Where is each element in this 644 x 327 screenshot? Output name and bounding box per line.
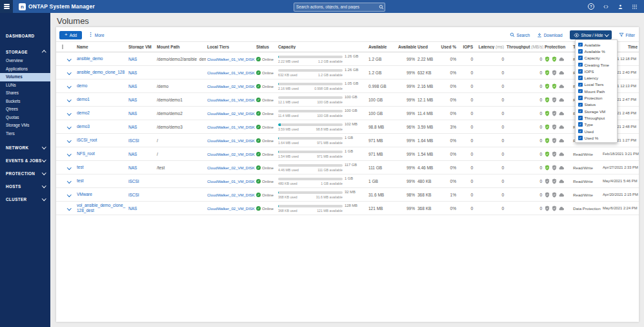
volume-name-link[interactable]: NFS_root xyxy=(77,151,126,156)
volume-name-link[interactable]: vol_ansible_demo_clone_128_dest xyxy=(77,203,126,213)
add-button[interactable]: + Add xyxy=(59,31,82,39)
storage-vm-link[interactable]: NAS xyxy=(128,70,137,75)
table-row[interactable]: demo3 NAS /demo/demo3 CloudWalker_01_VM_… xyxy=(56,120,639,134)
volume-name-link[interactable]: demo xyxy=(77,83,126,89)
row-expand-chevron[interactable] xyxy=(67,152,71,156)
volume-name-link[interactable]: ansible_demo xyxy=(77,56,126,61)
local-tier-link[interactable]: CloudWalker_02_VM_DISK_1 xyxy=(207,85,255,89)
table-row[interactable]: test NAS /test CloudWalker_02_VM_DISK_1 … xyxy=(56,161,639,174)
sidebar-storage-subitem[interactable]: Tiers xyxy=(0,130,50,138)
local-tier-link[interactable]: CloudWalker_01_VM_DISK_1 xyxy=(207,125,255,129)
column-header-used[interactable]: Used xyxy=(416,45,439,49)
volume-name-link[interactable]: VMware xyxy=(77,192,126,197)
volume-name-link[interactable]: demo1 xyxy=(77,97,126,102)
table-row[interactable]: test iSCSI CloudWalker_01_VM_DISK_1 ✓ On… xyxy=(56,174,639,188)
sidebar-storage-subitem[interactable]: LUNs xyxy=(0,81,50,90)
storage-vm-link[interactable]: NAS xyxy=(128,152,137,156)
show-hide-menu-item[interactable]: ✓ IOPS xyxy=(576,68,617,74)
column-header-name[interactable]: Name xyxy=(75,45,127,49)
table-row[interactable]: vol_ansible_demo_clone_128_dest NAS Clou… xyxy=(56,202,639,215)
app-logo[interactable]: n ONTAP System Manager xyxy=(19,3,95,10)
storage-vm-link[interactable]: NAS xyxy=(128,57,137,61)
local-tier-link[interactable]: CloudWalker_01_VM_DISK_1 xyxy=(207,180,255,184)
local-tier-link[interactable]: CloudWalker_02_VM_DISK_1 xyxy=(207,166,255,170)
show-hide-menu-item[interactable]: ✓ Available xyxy=(576,41,617,48)
sidebar-item-events-jobs[interactable]: EVENTS & JOBS xyxy=(0,156,50,165)
local-tier-link[interactable]: CloudWalker_01_VM_DISK_1 xyxy=(207,98,255,102)
checkbox-checked-icon[interactable]: ✓ xyxy=(578,49,583,54)
apps-grid-icon[interactable] xyxy=(632,4,638,10)
column-header-protection[interactable]: Protection xyxy=(543,45,572,49)
column-header-storage-vm[interactable]: Storage VM xyxy=(127,45,156,49)
table-row[interactable]: iSCSI_root iSCSI / CloudWalker_01_VM_DIS… xyxy=(56,134,639,147)
global-search-box[interactable] xyxy=(294,3,385,12)
column-header-local-tiers[interactable]: Local Tiers xyxy=(206,45,255,49)
table-row[interactable]: demo1 NAS /demo/demo1 CloudWalker_01_VM_… xyxy=(56,93,639,107)
select-all-checkbox[interactable] xyxy=(62,45,63,49)
checkbox-checked-icon[interactable]: ✓ xyxy=(578,56,583,60)
storage-vm-link[interactable]: NAS xyxy=(128,111,137,116)
table-row[interactable]: demo NAS /demo CloudWalker_02_VM_DISK_1 … xyxy=(56,79,639,93)
volume-name-link[interactable]: iSCSI_root xyxy=(77,138,126,143)
storage-vm-link[interactable]: NAS xyxy=(128,165,137,170)
user-icon[interactable] xyxy=(618,4,623,10)
row-expand-chevron[interactable] xyxy=(67,206,71,210)
show-hide-menu-item[interactable]: ✓ Used % xyxy=(576,134,617,141)
local-tier-link[interactable]: CloudWalker_01_VM_DISK_1 xyxy=(207,58,255,61)
row-expand-chevron[interactable] xyxy=(67,98,71,101)
checkbox-checked-icon[interactable]: ✓ xyxy=(578,116,583,120)
storage-vm-link[interactable]: iSCSI xyxy=(128,138,139,143)
search-button[interactable]: Search xyxy=(510,32,530,37)
sidebar-item-cluster[interactable]: CLUSTER xyxy=(0,195,50,204)
storage-vm-link[interactable]: NAS xyxy=(128,84,137,89)
row-expand-chevron[interactable] xyxy=(67,138,71,142)
row-expand-chevron[interactable] xyxy=(67,165,71,169)
sidebar-item-hosts[interactable]: HOSTS xyxy=(0,182,50,191)
volume-name-link[interactable]: test xyxy=(77,165,126,170)
checkbox-checked-icon[interactable]: ✓ xyxy=(578,136,583,140)
checkbox-checked-icon[interactable]: ✓ xyxy=(578,69,583,74)
checkbox-checked-icon[interactable]: ✓ xyxy=(578,83,583,87)
hamburger-menu-button[interactable] xyxy=(0,0,13,13)
local-tier-link[interactable]: CloudWalker_02_VM_DISK_1 xyxy=(207,112,255,116)
filter-button[interactable]: Filter xyxy=(619,32,635,37)
row-expand-chevron[interactable] xyxy=(67,70,71,74)
sidebar-item-network[interactable]: NETWORK xyxy=(0,143,50,153)
storage-vm-link[interactable]: NAS xyxy=(128,98,137,102)
storage-vm-link[interactable]: NAS xyxy=(128,206,137,211)
checkbox-checked-icon[interactable]: ✓ xyxy=(578,109,583,114)
show-hide-button[interactable]: Show / Hide xyxy=(570,30,612,39)
show-hide-menu-item[interactable]: ✓ Latency xyxy=(576,74,617,81)
storage-vm-link[interactable]: NAS xyxy=(128,125,137,129)
sidebar-storage-subitem[interactable]: Volumes xyxy=(0,73,50,81)
volume-name-link[interactable]: ansible_demo_clone_128 xyxy=(77,70,126,75)
table-row[interactable]: NFS_root NAS / CloudWalker_02_VM_DISK_1 … xyxy=(56,147,639,161)
row-expand-chevron[interactable] xyxy=(67,179,71,183)
local-tier-link[interactable]: CloudWalker_01_VM_DISK_1 xyxy=(207,71,255,75)
sidebar-storage-subitem[interactable]: Overview xyxy=(0,57,50,65)
sidebar-item-protection[interactable]: PROTECTION xyxy=(0,169,50,178)
row-expand-chevron[interactable] xyxy=(67,125,71,129)
checkbox-checked-icon[interactable]: ✓ xyxy=(578,63,583,67)
checkbox-checked-icon[interactable]: ✓ xyxy=(578,122,583,127)
show-hide-menu-item[interactable]: ✓ Available % xyxy=(576,48,617,54)
show-hide-menu-item[interactable]: ✓ Local Tiers xyxy=(576,81,617,88)
table-row[interactable]: ansible_demo NAS /demo/demo2/ansible_dem… xyxy=(56,52,639,66)
show-hide-menu-item[interactable]: ✓ Protection xyxy=(576,94,617,101)
code-api-icon[interactable] xyxy=(603,4,609,10)
local-tier-link[interactable]: CloudWalker_02_VM_DISK_1 xyxy=(207,153,255,156)
column-header-capacity[interactable]: Capacity xyxy=(277,45,367,49)
help-icon[interactable]: ? xyxy=(588,3,594,10)
checkbox-checked-icon[interactable]: ✓ xyxy=(578,96,583,100)
show-hide-menu-item[interactable]: ✓ Status xyxy=(576,101,617,108)
global-search-input[interactable] xyxy=(294,5,378,9)
sidebar-storage-subitem[interactable]: Applications xyxy=(0,65,50,74)
sidebar-storage-subitem[interactable]: Shares xyxy=(0,89,50,98)
row-expand-chevron[interactable] xyxy=(67,111,71,115)
column-header-latency[interactable]: Latency (ms) xyxy=(474,45,505,49)
storage-vm-link[interactable]: iSCSI xyxy=(128,179,139,184)
row-expand-chevron[interactable] xyxy=(67,84,71,88)
column-header-status[interactable]: Status xyxy=(255,45,277,49)
show-hide-menu-item[interactable]: ✓ Type xyxy=(576,121,617,128)
column-header-throughput[interactable]: Throughput (MB/s) xyxy=(505,45,543,49)
